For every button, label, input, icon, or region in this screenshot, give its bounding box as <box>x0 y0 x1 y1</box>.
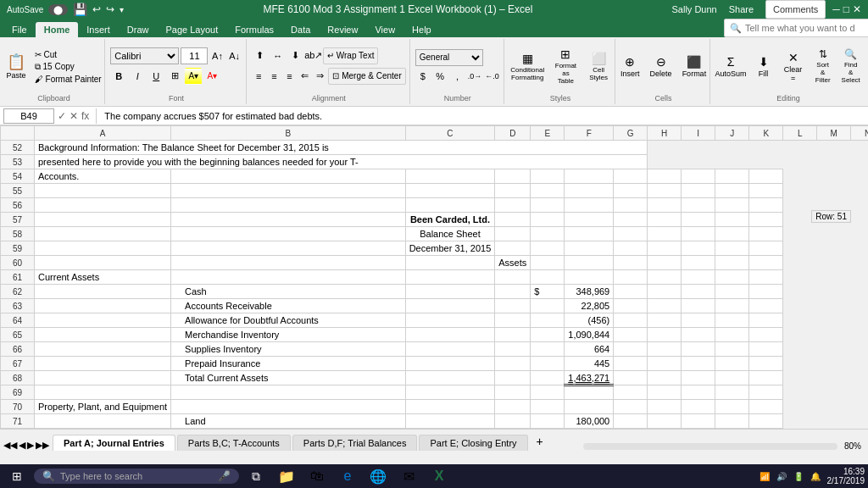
cell-j72[interactable] <box>715 429 749 430</box>
cell-f71[interactable]: 180,000 <box>565 414 614 429</box>
cell-a63[interactable] <box>35 299 171 313</box>
cell-b58[interactable] <box>171 227 406 241</box>
border-button[interactable]: ⊞ <box>166 68 183 85</box>
cell-a68[interactable] <box>35 371 171 385</box>
cell-f70[interactable] <box>565 400 614 414</box>
wrap-text-button[interactable]: ↵ Wrap Text <box>323 47 379 64</box>
cell-j69[interactable] <box>715 385 749 400</box>
cell-f54[interactable] <box>565 169 614 184</box>
cell-c71[interactable] <box>405 414 495 429</box>
cell-a62[interactable] <box>35 285 171 299</box>
cell-b71[interactable]: Land <box>171 414 406 429</box>
delete-cells-button[interactable]: ⊖ Delete <box>647 50 676 84</box>
cell-j63[interactable] <box>715 299 749 313</box>
cell-e62[interactable]: $ <box>531 285 565 299</box>
col-header-b[interactable]: B <box>171 126 406 141</box>
col-header-m[interactable]: M <box>817 126 851 141</box>
cell-a61[interactable]: Current Assets <box>35 270 171 285</box>
cell-e55[interactable] <box>531 184 565 198</box>
comma-button[interactable]: , <box>449 68 465 85</box>
copy-button[interactable]: ⧉ 15 Copy <box>31 61 105 73</box>
cell-f68[interactable]: 1,463,271 <box>565 371 614 385</box>
cell-f66[interactable]: 664 <box>565 342 614 357</box>
number-format-select[interactable]: General <box>415 49 483 66</box>
tab-insert[interactable]: Insert <box>78 22 119 37</box>
cell-a54[interactable]: Accounts. <box>35 169 171 184</box>
cell-j68[interactable] <box>715 371 749 385</box>
cell-e65[interactable] <box>531 328 565 342</box>
sheet-tab-taccounts[interactable]: Parts B,C; T-Accounts <box>177 435 291 451</box>
cell-e59[interactable] <box>531 241 565 256</box>
cell-d67[interactable] <box>495 357 531 371</box>
cell-h66[interactable] <box>648 342 682 357</box>
redo-icon[interactable]: ↪ <box>106 3 114 15</box>
cell-k60[interactable] <box>749 256 783 270</box>
cell-h55[interactable] <box>648 184 682 198</box>
tab-home[interactable]: Home <box>36 22 79 37</box>
align-right-button[interactable]: ≡ <box>282 68 297 85</box>
cell-g56[interactable] <box>614 198 648 213</box>
cell-c61[interactable] <box>405 270 495 285</box>
cell-j57[interactable] <box>715 213 749 227</box>
battery-icon[interactable]: 🔋 <box>793 472 804 481</box>
format-as-table-button[interactable]: ⊞ Format asTable <box>549 47 582 86</box>
cell-c54[interactable] <box>405 169 495 184</box>
cell-a67[interactable] <box>35 357 171 371</box>
cell-k54[interactable] <box>749 169 783 184</box>
cell-a65[interactable] <box>35 328 171 342</box>
col-header-k[interactable]: K <box>749 126 783 141</box>
notification-icon[interactable]: 🔔 <box>810 472 821 481</box>
cell-d66[interactable] <box>495 342 531 357</box>
cell-b67[interactable]: Prepaid Insurance <box>171 357 406 371</box>
edge-button[interactable]: e <box>334 465 361 487</box>
bold-button[interactable]: B <box>110 68 127 85</box>
cell-k56[interactable] <box>749 198 783 213</box>
chrome-button[interactable]: 🌐 <box>364 465 392 487</box>
cell-a56[interactable] <box>35 198 171 213</box>
cell-g66[interactable] <box>614 342 648 357</box>
scroll-bar-area[interactable] <box>583 443 837 450</box>
cell-g61[interactable] <box>614 270 648 285</box>
cell-a69[interactable] <box>35 385 171 400</box>
cell-j70[interactable] <box>715 400 749 414</box>
cell-j62[interactable] <box>715 285 749 299</box>
cell-e60[interactable] <box>531 256 565 270</box>
conditional-formatting-button[interactable]: ▦ ConditionalFormatting <box>509 50 546 84</box>
cell-d55[interactable] <box>495 184 531 198</box>
cell-h68[interactable] <box>648 371 682 385</box>
cell-k70[interactable] <box>749 400 783 414</box>
cell-i72[interactable] <box>682 429 715 430</box>
sheet-nav-prev[interactable]: ◀◀ ◀ ▶ ▶▶ <box>3 440 49 451</box>
col-header-a[interactable]: A <box>35 126 171 141</box>
cell-a52[interactable]: Background Information: The Balance Shee… <box>35 141 648 155</box>
cell-h65[interactable] <box>648 328 682 342</box>
merge-center-button[interactable]: ⊡ Merge & Center <box>328 68 406 85</box>
cell-j71[interactable] <box>715 414 749 429</box>
cell-g68[interactable] <box>614 371 648 385</box>
cell-c59[interactable]: December 31, 2015 <box>405 241 495 256</box>
cell-c67[interactable] <box>405 357 495 371</box>
font-name-select[interactable]: Calibri <box>110 47 179 64</box>
cell-i60[interactable] <box>682 256 715 270</box>
cell-h59[interactable] <box>648 241 682 256</box>
cell-f59[interactable] <box>565 241 614 256</box>
cell-b56[interactable] <box>171 198 406 213</box>
cell-c65[interactable] <box>405 328 495 342</box>
cell-reference-input[interactable] <box>3 108 54 124</box>
cell-f62[interactable]: 348,969 <box>565 285 614 299</box>
autosum-button[interactable]: Σ AutoSum <box>713 50 748 84</box>
cell-b70[interactable] <box>171 400 406 414</box>
sheet-tab-closing[interactable]: Part E; Closing Entry <box>419 435 527 451</box>
cell-f58[interactable] <box>565 227 614 241</box>
cell-b54[interactable] <box>171 169 406 184</box>
cell-i71[interactable] <box>682 414 715 429</box>
taskbar-search-input[interactable] <box>60 471 213 481</box>
cell-i67[interactable] <box>682 357 715 371</box>
cell-c72[interactable] <box>405 429 495 430</box>
task-view-button[interactable]: ⧉ <box>242 465 270 487</box>
tab-view[interactable]: View <box>366 22 403 37</box>
cell-styles-button[interactable]: ⬜ CellStyles <box>586 50 611 84</box>
cell-d62[interactable] <box>495 285 531 299</box>
cell-i66[interactable] <box>682 342 715 357</box>
cell-d61[interactable] <box>495 270 531 285</box>
